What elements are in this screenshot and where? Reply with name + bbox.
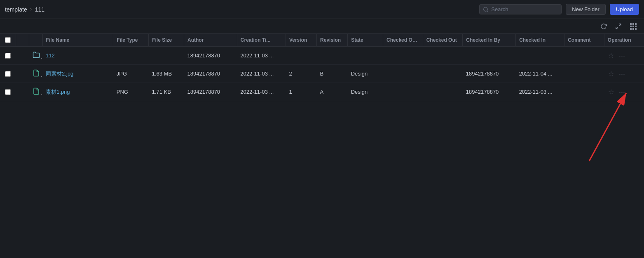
col-header-revision[interactable]: Revision — [317, 34, 348, 47]
file-icon-cell — [29, 65, 42, 83]
favorite-button[interactable]: ☆ — [607, 87, 615, 97]
grid-icon — [630, 23, 637, 30]
col-header-checkin[interactable]: Checked In — [516, 34, 564, 47]
file-type-icon — [33, 69, 40, 77]
col-header-checkout[interactable]: Checked Out — [423, 34, 463, 47]
col-header-checkout-by[interactable]: Checked Ou... — [383, 34, 423, 47]
col-header-icon — [29, 34, 42, 47]
row-checkbox[interactable] — [5, 71, 11, 77]
svg-line-2 — [619, 24, 621, 26]
svg-line-1 — [487, 10, 488, 12]
upload-button[interactable]: Upload — [610, 4, 639, 15]
checkin-cell — [516, 47, 564, 65]
version-cell — [286, 47, 316, 65]
col-header-checkin-by[interactable]: Checked In By — [463, 34, 516, 47]
col-header-created[interactable]: Creation Ti... — [237, 34, 286, 47]
table-header-row: File Name File Type File Size Author Cre… — [0, 34, 644, 47]
col-header-check — [0, 34, 16, 47]
checkout-cell — [423, 47, 463, 65]
checkout-cell — [423, 65, 463, 83]
more-options-button[interactable]: ⋯ — [617, 51, 627, 60]
col-header-name[interactable]: File Name — [42, 34, 113, 47]
breadcrumb-root[interactable]: template — [5, 6, 27, 13]
comment-cell — [564, 65, 604, 83]
revision-cell: B — [317, 65, 348, 83]
col-header-author[interactable]: Author — [184, 34, 237, 47]
table-body: 112189421788702022-11-03 ... ☆ ⋯ 同素材2.jp… — [0, 47, 644, 101]
favorite-button[interactable]: ☆ — [607, 51, 615, 60]
select-all-checkbox[interactable] — [5, 37, 11, 43]
comment-cell — [564, 83, 604, 101]
file-name-cell[interactable]: 素材1.png — [42, 83, 113, 101]
checkin-by-cell: 18942178870 — [463, 83, 516, 101]
file-size-cell: 1.71 KB — [149, 83, 184, 101]
version-cell: 2 — [286, 65, 316, 83]
file-name-cell[interactable]: 112 — [42, 47, 113, 65]
revision-cell: A — [317, 83, 348, 101]
file-icon-cell — [29, 47, 42, 65]
operation-cell: ☆ ⋯ — [604, 65, 644, 83]
checkin-cell: 2022-11-03 ... — [516, 83, 564, 101]
header: template > 111 New Folder Upload — [0, 0, 644, 19]
pin-cell — [16, 65, 29, 83]
operation-cell: ☆ ⋯ — [604, 83, 644, 101]
more-options-button[interactable]: ⋯ — [617, 69, 627, 78]
file-type-cell: JPG — [113, 65, 149, 83]
col-header-state[interactable]: State — [348, 34, 383, 47]
file-type-cell — [113, 47, 149, 65]
revision-cell — [317, 47, 348, 65]
col-header-size[interactable]: File Size — [149, 34, 184, 47]
file-size-cell — [149, 47, 184, 65]
author-cell: 18942178870 — [184, 47, 237, 65]
col-header-operation: Operation — [604, 34, 644, 47]
svg-line-5 — [589, 93, 626, 161]
row-checkbox[interactable] — [5, 89, 11, 95]
breadcrumb: template > 111 — [5, 6, 44, 13]
file-size-cell: 1.63 MB — [149, 65, 184, 83]
row-checkbox[interactable] — [5, 53, 11, 59]
file-table-wrap: File Name File Type File Size Author Cre… — [0, 34, 644, 101]
svg-line-3 — [616, 27, 618, 29]
checkout-by-cell — [383, 65, 423, 83]
pin-cell — [16, 83, 29, 101]
folder-icon — [33, 51, 40, 59]
header-actions: New Folder Upload — [479, 4, 639, 15]
more-options-button[interactable]: ⋯ — [617, 88, 627, 97]
col-header-comment[interactable]: Comment — [564, 34, 604, 47]
toolbar — [0, 19, 644, 34]
table-row: 同素材2.jpgJPG1.63 MB189421788702022-11-03 … — [0, 65, 644, 83]
col-header-version[interactable]: Version — [286, 34, 316, 47]
table-row: 112189421788702022-11-03 ... ☆ ⋯ — [0, 47, 644, 65]
file-table: File Name File Type File Size Author Cre… — [0, 34, 644, 101]
svg-point-0 — [484, 7, 487, 11]
file-name-cell[interactable]: 同素材2.jpg — [42, 65, 113, 83]
expand-icon — [615, 23, 622, 30]
file-type-cell: PNG — [113, 83, 149, 101]
author-cell: 18942178870 — [184, 65, 237, 83]
col-header-pin — [16, 34, 29, 47]
checkout-cell — [423, 83, 463, 101]
checkin-by-cell — [463, 47, 516, 65]
new-folder-button[interactable]: New Folder — [566, 4, 605, 15]
checkin-cell: 2022-11-04 ... — [516, 65, 564, 83]
state-cell: Design — [348, 65, 383, 83]
version-cell: 1 — [286, 83, 316, 101]
grid-view-button[interactable] — [628, 21, 639, 31]
state-cell: Design — [348, 83, 383, 101]
file-type-icon — [33, 88, 40, 95]
favorite-button[interactable]: ☆ — [607, 69, 615, 78]
search-box — [479, 4, 562, 14]
col-header-type[interactable]: File Type — [113, 34, 149, 47]
refresh-button[interactable] — [598, 21, 609, 31]
search-input[interactable] — [491, 6, 553, 12]
checkin-by-cell: 18942178870 — [463, 65, 516, 83]
expand-button[interactable] — [613, 21, 624, 31]
created-cell: 2022-11-03 ... — [237, 65, 286, 83]
checkout-by-cell — [383, 47, 423, 65]
pin-cell — [16, 47, 29, 65]
created-cell: 2022-11-03 ... — [237, 47, 286, 65]
table-row: 素材1.pngPNG1.71 KB189421788702022-11-03 .… — [0, 83, 644, 101]
operation-cell: ☆ ⋯ — [604, 47, 644, 65]
comment-cell — [564, 47, 604, 65]
refresh-icon — [600, 23, 607, 30]
